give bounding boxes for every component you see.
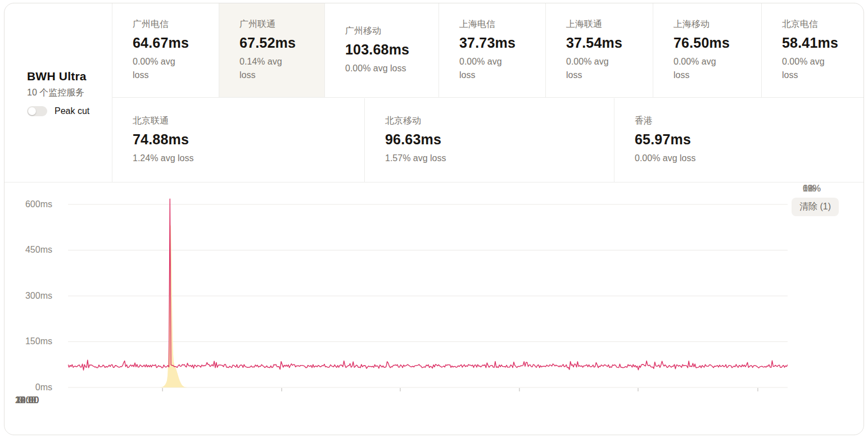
summary-panel: BWH Ultra 10 个监控服务 Peak cut xyxy=(4,3,112,182)
latency-loss-plot[interactable] xyxy=(68,190,788,392)
node-latency: 76.50ms xyxy=(673,35,745,51)
toggle-knob-icon xyxy=(28,107,36,115)
node-latency: 103.68ms xyxy=(345,42,423,58)
node-card[interactable]: 香港 65.97ms 0.00% avg loss xyxy=(614,98,864,182)
monitor-count-label: 10 个监控服务 xyxy=(27,87,112,99)
node-name: 上海电信 xyxy=(459,19,530,30)
node-latency: 58.41ms xyxy=(782,35,848,51)
node-cards-row-2: 北京联通 74.88ms 1.24% avg loss 北京移动 96.63ms… xyxy=(112,98,864,182)
node-card[interactable]: 北京联通 74.88ms 1.24% avg loss xyxy=(112,98,364,182)
node-latency: 96.63ms xyxy=(385,131,598,148)
peak-cut-label: Peak cut xyxy=(55,106,89,116)
node-loss: 0.00% avg loss xyxy=(133,55,181,82)
node-loss: 0.00% avg loss xyxy=(345,62,423,75)
node-name: 香港 xyxy=(635,115,848,127)
node-latency: 37.73ms xyxy=(459,35,530,51)
node-name: 北京移动 xyxy=(385,115,598,127)
latency-chart-section: 清除 (1) 0ms 150ms 300ms 450ms 600ms 0% 6%… xyxy=(4,182,864,435)
node-card[interactable]: 上海联通 37.54ms 0.00% avg loss xyxy=(545,3,653,97)
clear-selection-button[interactable]: 清除 (1) xyxy=(792,198,839,216)
node-latency: 37.54ms xyxy=(566,35,637,51)
node-cards-row-1: 广州电信 64.67ms 0.00% avg loss 广州联通 67.52ms… xyxy=(112,3,864,98)
node-card[interactable]: 北京移动 96.63ms 1.57% avg loss xyxy=(364,98,614,182)
node-loss: 0.00% avg loss xyxy=(635,152,848,165)
node-card[interactable]: 广州联通 67.52ms 0.14% avg loss xyxy=(219,3,324,97)
y-axis-tick-ms: 600ms xyxy=(12,198,52,211)
node-latency: 64.67ms xyxy=(133,35,203,51)
node-loss: 0.00% avg loss xyxy=(782,55,830,82)
y-axis-tick-ms: 300ms xyxy=(12,290,52,302)
node-name: 北京电信 xyxy=(782,19,848,30)
y-axis-tick-ms: 150ms xyxy=(12,335,52,348)
x-axis-tick-time: 18:00 xyxy=(4,395,49,406)
y-axis-tick-pct: 18% xyxy=(803,182,837,195)
node-latency: 65.97ms xyxy=(635,131,848,148)
node-loss: 0.00% avg loss xyxy=(566,55,614,82)
node-loss: 0.00% avg loss xyxy=(459,55,508,82)
y-axis-tick-ms: 450ms xyxy=(12,244,52,256)
node-loss: 0.14% avg loss xyxy=(239,55,288,82)
y-axis-tick-ms: 0ms xyxy=(12,381,52,394)
node-loss: 1.24% avg loss xyxy=(133,152,349,165)
node-card[interactable]: 上海移动 76.50ms 0.00% avg loss xyxy=(653,3,761,97)
node-card[interactable]: 广州电信 64.67ms 0.00% avg loss xyxy=(112,3,219,97)
node-latency: 67.52ms xyxy=(239,35,309,51)
node-loss: 1.57% avg loss xyxy=(385,152,598,165)
node-name: 北京联通 xyxy=(133,115,349,127)
node-name: 广州电信 xyxy=(133,19,203,30)
monitoring-dashboard: BWH Ultra 10 个监控服务 Peak cut 广州电信 64.67ms… xyxy=(0,0,868,438)
node-card[interactable]: 北京电信 58.41ms 0.00% avg loss xyxy=(761,3,864,97)
node-card[interactable]: 上海电信 37.73ms 0.00% avg loss xyxy=(438,3,545,97)
node-name: 广州联通 xyxy=(239,19,309,30)
node-card[interactable]: 广州移动 103.68ms 0.00% avg loss xyxy=(324,3,438,97)
node-latency: 74.88ms xyxy=(133,131,349,148)
node-loss: 0.00% avg loss xyxy=(673,55,722,82)
server-title: BWH Ultra xyxy=(27,70,112,83)
node-name: 广州移动 xyxy=(345,25,423,37)
node-name: 上海移动 xyxy=(673,19,745,30)
dashboard-card: BWH Ultra 10 个监控服务 Peak cut 广州电信 64.67ms… xyxy=(4,3,864,435)
peak-cut-row: Peak cut xyxy=(27,106,112,116)
node-name: 上海联通 xyxy=(566,19,637,30)
peak-cut-toggle[interactable] xyxy=(27,106,47,116)
